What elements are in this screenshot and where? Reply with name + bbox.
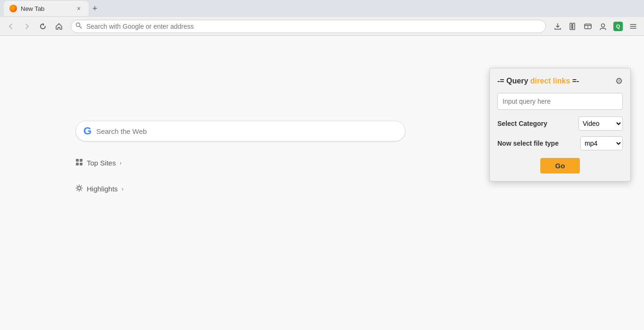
address-search-icon	[75, 22, 82, 30]
grid-icon	[75, 158, 83, 166]
sparkle-icon	[75, 184, 83, 192]
forward-button[interactable]	[20, 19, 34, 33]
extension-popup: -= Query direct links =- ⚙ Select Catego…	[489, 68, 631, 182]
reload-button[interactable]	[36, 19, 50, 33]
browser-toolbar: Q	[0, 17, 644, 36]
toolbar-right-buttons: Q	[551, 19, 640, 33]
svg-point-9	[602, 24, 605, 27]
google-logo: G	[83, 125, 91, 137]
bookmarks-icon	[569, 23, 577, 30]
svg-line-24	[81, 186, 82, 187]
svg-line-23	[81, 190, 82, 190]
extension-icon: Q	[613, 22, 623, 31]
menu-icon	[629, 23, 637, 30]
google-search-bar[interactable]: G	[75, 121, 405, 141]
highlights-icon	[75, 184, 83, 193]
filetype-label: Now select file type	[497, 140, 559, 147]
category-select[interactable]: Video Audio Image Document	[578, 116, 623, 131]
svg-rect-14	[80, 159, 83, 162]
popup-title-highlight: direct links	[530, 77, 570, 85]
downloads-icon	[554, 23, 561, 30]
filetype-select[interactable]: mp4 mp3 avi mkv mov	[580, 136, 623, 150]
new-tab-button[interactable]: +	[89, 4, 101, 14]
forward-icon	[23, 23, 31, 30]
svg-line-2	[80, 26, 82, 29]
address-bar-input[interactable]	[71, 20, 546, 33]
extension-button[interactable]: Q	[611, 19, 625, 33]
svg-rect-4	[573, 23, 575, 30]
synced-tabs-button[interactable]	[581, 19, 595, 33]
popup-title-prefix: -= Query	[497, 77, 530, 85]
top-sites-icon	[75, 158, 83, 167]
top-sites-label: Top Sites	[87, 159, 116, 167]
synced-tabs-icon	[584, 23, 592, 30]
bookmarks-button[interactable]	[566, 19, 580, 33]
svg-point-17	[78, 187, 81, 190]
main-content-area: G Top Sites ›	[0, 36, 644, 330]
downloads-button[interactable]	[551, 19, 565, 33]
active-tab[interactable]: New Tab ×	[4, 1, 89, 16]
svg-rect-16	[80, 163, 83, 165]
popup-title-suffix: =-	[570, 77, 579, 85]
category-row: Select Category Video Audio Image Docume…	[497, 116, 623, 131]
highlights-label: Highlights	[87, 185, 118, 193]
tab-close-button[interactable]: ×	[74, 4, 83, 13]
svg-rect-15	[76, 163, 79, 165]
popup-header: -= Query direct links =- ⚙	[497, 76, 623, 86]
svg-line-25	[77, 190, 78, 190]
menu-button[interactable]	[626, 19, 640, 33]
highlights-section[interactable]: Highlights ›	[75, 184, 124, 193]
tab-title: New Tab	[21, 5, 71, 12]
category-label: Select Category	[497, 120, 547, 127]
top-sites-section[interactable]: Top Sites ›	[75, 158, 122, 167]
account-button[interactable]	[596, 19, 610, 33]
reload-icon	[39, 23, 47, 30]
svg-line-22	[77, 186, 78, 187]
highlights-chevron: ›	[122, 186, 124, 192]
account-icon	[599, 23, 607, 30]
go-button[interactable]: Go	[540, 158, 580, 173]
tab-favicon	[9, 5, 17, 12]
address-bar-container	[71, 20, 546, 33]
home-icon	[55, 23, 63, 30]
popup-title: -= Query direct links =-	[497, 77, 579, 85]
back-icon	[7, 23, 15, 30]
svg-marker-0	[43, 23, 44, 26]
svg-rect-5	[571, 25, 572, 28]
svg-rect-13	[76, 159, 79, 162]
back-button[interactable]	[4, 19, 18, 33]
filetype-row: Now select file type mp4 mp3 avi mkv mov	[497, 136, 623, 150]
query-input[interactable]	[497, 93, 623, 110]
settings-gear-icon[interactable]: ⚙	[615, 76, 623, 86]
google-search-input[interactable]	[96, 127, 397, 135]
top-sites-chevron: ›	[120, 160, 122, 166]
home-button[interactable]	[52, 19, 66, 33]
